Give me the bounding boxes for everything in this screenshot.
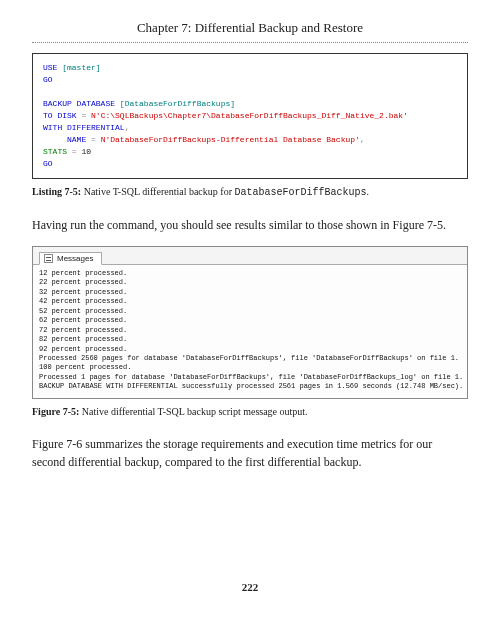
figure-text: Native differential T-SQL backup script … bbox=[79, 406, 307, 417]
listing-text-post: . bbox=[367, 186, 370, 197]
tok-stats: STATS bbox=[43, 147, 67, 156]
messages-panel: Messages 12 percent processed. 22 percen… bbox=[32, 246, 468, 399]
messages-body: 12 percent processed. 22 percent process… bbox=[33, 265, 467, 398]
listing-text-pre: Native T-SQL differential backup for bbox=[81, 186, 234, 197]
chapter-title: Chapter 7: Differential Backup and Resto… bbox=[32, 20, 468, 36]
tok-indent bbox=[43, 135, 67, 144]
tok-with: WITH bbox=[43, 123, 62, 132]
tok-disk: DISK bbox=[53, 111, 77, 120]
body-para-2: Figure 7-6 summarizes the storage requir… bbox=[32, 435, 468, 471]
figure-caption: Figure 7-5: Native differential T-SQL ba… bbox=[32, 405, 468, 419]
tok-differential: DIFFERENTIAL bbox=[62, 123, 124, 132]
messages-tab-label: Messages bbox=[57, 254, 93, 263]
tok-go: GO bbox=[43, 75, 53, 84]
tok-path: N'C:\SQLBackups\Chapter7\DatabaseForDiff… bbox=[91, 111, 408, 120]
tok-master: [master] bbox=[57, 63, 100, 72]
tok-eq2: = bbox=[86, 135, 100, 144]
page-number: 222 bbox=[32, 581, 468, 593]
sql-code-block: USE [master] GO BACKUP DATABASE [Databas… bbox=[32, 53, 468, 179]
figure-label: Figure 7-5: bbox=[32, 406, 79, 417]
messages-tab-row: Messages bbox=[33, 247, 467, 265]
listing-caption: Listing 7-5: Native T-SQL differential b… bbox=[32, 185, 468, 200]
listing-label: Listing 7-5: bbox=[32, 186, 81, 197]
title-divider bbox=[32, 42, 468, 43]
body-para-1: Having run the command, you should see r… bbox=[32, 216, 468, 234]
tok-name-val: N'DatabaseForDiffBackups-Differential Da… bbox=[101, 135, 360, 144]
tok-database: DATABASE bbox=[72, 99, 115, 108]
messages-icon bbox=[44, 254, 53, 263]
tok-eq: = bbox=[77, 111, 91, 120]
tok-comma: , bbox=[125, 123, 130, 132]
tok-comma2: , bbox=[360, 135, 365, 144]
tok-go2: GO bbox=[43, 159, 53, 168]
tok-use: USE bbox=[43, 63, 57, 72]
tok-name: NAME bbox=[67, 135, 86, 144]
tok-to: TO bbox=[43, 111, 53, 120]
tok-backup: BACKUP bbox=[43, 99, 72, 108]
tok-eq3: = bbox=[67, 147, 81, 156]
tok-dbname: [DatabaseForDiffBackups] bbox=[115, 99, 235, 108]
tok-stats-val: 10 bbox=[81, 147, 91, 156]
listing-mono: DatabaseForDiffBackups bbox=[234, 187, 366, 198]
messages-tab[interactable]: Messages bbox=[39, 252, 102, 265]
